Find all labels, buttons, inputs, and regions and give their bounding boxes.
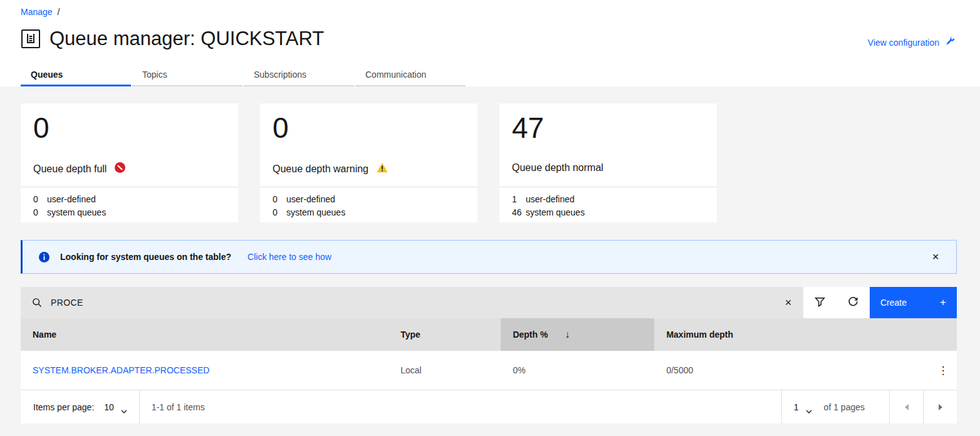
tab-topics-label: Topics: [142, 70, 167, 80]
items-range-text: 1-1 of 1 items: [152, 402, 205, 412]
system-queues-count: 46: [512, 206, 526, 219]
page-header: Manage / Queue manager: QUICKSTART View …: [0, 0, 980, 86]
column-header-maximum-depth[interactable]: Maximum depth: [654, 318, 918, 351]
queue-manager-page: Manage / Queue manager: QUICKSTART View …: [0, 0, 980, 436]
column-header-actions: [918, 318, 957, 351]
breadcrumb: Manage /: [21, 7, 60, 17]
user-defined-label: user-defined: [47, 193, 96, 206]
system-queues-label: system queues: [526, 206, 585, 219]
card-divider: [260, 187, 477, 187]
user-defined-label: user-defined: [286, 193, 335, 206]
tab-topics[interactable]: Topics: [132, 63, 242, 86]
tab-communication-label: Communication: [365, 70, 426, 80]
items-per-page-select[interactable]: 10: [104, 390, 127, 423]
card-label: Queue depth normal: [512, 162, 603, 174]
sort-descending-icon: ↓: [565, 329, 570, 340]
search-field: ×: [21, 287, 803, 318]
tab-queues-label: Queues: [31, 70, 63, 80]
search-input[interactable]: [51, 298, 773, 308]
total-pages-text: of 1 pages: [824, 402, 877, 412]
tab-bar: Queues Topics Subscriptions Communicatio…: [21, 63, 467, 86]
create-button-label: Create: [880, 298, 907, 308]
pagination-divider: [139, 390, 140, 423]
card-counts: 0 user-defined 0 system queues: [273, 193, 345, 219]
view-configuration-label: View configuration: [868, 38, 939, 48]
card-value: 0: [33, 111, 50, 145]
clear-search-icon[interactable]: ×: [773, 287, 803, 318]
pagination-controls: 1 of 1 pages: [781, 390, 957, 423]
chevron-down-icon: [121, 405, 127, 409]
pagination-bar: Items per page: 10 1-1 of 1 items 1: [21, 390, 957, 423]
content-area: 0 Queue depth full 0 user-defined: [0, 86, 980, 436]
caret-right-icon: [939, 404, 942, 410]
table-header-row: Name Type Depth % ↓ Maximum depth: [21, 318, 957, 351]
column-header-label: Depth %: [513, 330, 548, 340]
page-number-select[interactable]: 1 of 1 pages: [781, 390, 889, 423]
info-notification: Looking for system queues on the table? …: [21, 240, 957, 274]
card-value: 0: [273, 111, 289, 145]
card-queue-depth-warning[interactable]: 0 Queue depth warning 0 us: [260, 103, 477, 222]
column-header-name[interactable]: Name: [21, 318, 388, 351]
tab-subscriptions[interactable]: Subscriptions: [244, 63, 354, 86]
user-defined-label: user-defined: [526, 193, 575, 206]
add-icon: +: [940, 296, 946, 309]
user-defined-count: 1: [512, 193, 526, 206]
page-number-value: 1: [794, 402, 799, 412]
column-header-label: Maximum depth: [666, 330, 733, 340]
maximum-depth-cell: 0/5000: [666, 365, 693, 375]
warning-icon: [377, 162, 388, 175]
table-row: SYSTEM.BROKER.ADAPTER.PROCESSED Local 0%…: [21, 351, 957, 390]
chevron-down-icon: [806, 405, 812, 409]
filter-button[interactable]: [803, 287, 837, 318]
search-icon: [32, 298, 42, 308]
tab-queues[interactable]: Queues: [21, 63, 131, 86]
card-divider: [21, 187, 238, 187]
summary-cards: 0 Queue depth full 0 user-defined: [21, 103, 957, 222]
caret-left-icon: [905, 404, 909, 410]
user-defined-count: 0: [273, 193, 286, 206]
column-header-depth-sorted[interactable]: Depth % ↓: [501, 318, 654, 351]
previous-page-button[interactable]: [889, 390, 923, 423]
view-configuration-link[interactable]: View configuration: [868, 36, 955, 48]
next-page-button[interactable]: [923, 390, 957, 423]
tab-subscriptions-label: Subscriptions: [254, 70, 306, 80]
wrench-icon: [945, 36, 955, 48]
column-header-label: Type: [400, 330, 420, 340]
card-counts: 0 user-defined 0 system queues: [33, 193, 106, 219]
card-queue-depth-full[interactable]: 0 Queue depth full 0 user-defined: [21, 103, 238, 222]
no-entry-icon: [115, 162, 125, 175]
card-queue-depth-normal[interactable]: 47 Queue depth normal 1 user-defined 46 …: [499, 103, 717, 222]
card-label: Queue depth warning: [273, 164, 368, 175]
tab-communication[interactable]: Communication: [355, 63, 466, 86]
page-title: Queue manager: QUICKSTART: [50, 28, 324, 50]
notification-link[interactable]: Click here to see how: [248, 252, 331, 262]
column-header-type[interactable]: Type: [388, 318, 501, 351]
column-header-label: Name: [33, 330, 56, 340]
refresh-button[interactable]: [837, 287, 870, 318]
card-value: 47: [512, 111, 544, 145]
create-button[interactable]: Create +: [870, 287, 957, 318]
table-toolbar: × Create +: [21, 287, 957, 318]
queue-type-cell: Local: [400, 365, 421, 375]
filter-icon: [815, 296, 825, 309]
system-queues-label: system queues: [286, 206, 345, 219]
queue-manager-icon: [21, 29, 41, 49]
items-per-page-label: Items per page:: [33, 402, 94, 412]
card-divider: [499, 187, 717, 187]
title-row: Queue manager: QUICKSTART: [21, 28, 324, 50]
system-queues-count: 0: [273, 206, 286, 219]
close-icon[interactable]: ×: [923, 241, 948, 273]
depth-percent-cell: 0%: [513, 365, 525, 375]
system-queues-label: system queues: [47, 206, 106, 219]
notification-title: Looking for system queues on the table?: [60, 252, 231, 262]
overflow-menu-icon[interactable]: ⋮: [938, 364, 949, 377]
system-queues-count: 0: [33, 206, 47, 219]
card-label: Queue depth full: [33, 164, 107, 175]
refresh-icon: [848, 296, 858, 309]
queue-name-link[interactable]: SYSTEM.BROKER.ADAPTER.PROCESSED: [33, 365, 209, 375]
user-defined-count: 0: [33, 193, 47, 206]
breadcrumb-separator: /: [58, 7, 60, 17]
breadcrumb-manage-link[interactable]: Manage: [21, 7, 53, 17]
card-counts: 1 user-defined 46 system queues: [512, 193, 585, 219]
info-icon: [39, 252, 50, 262]
